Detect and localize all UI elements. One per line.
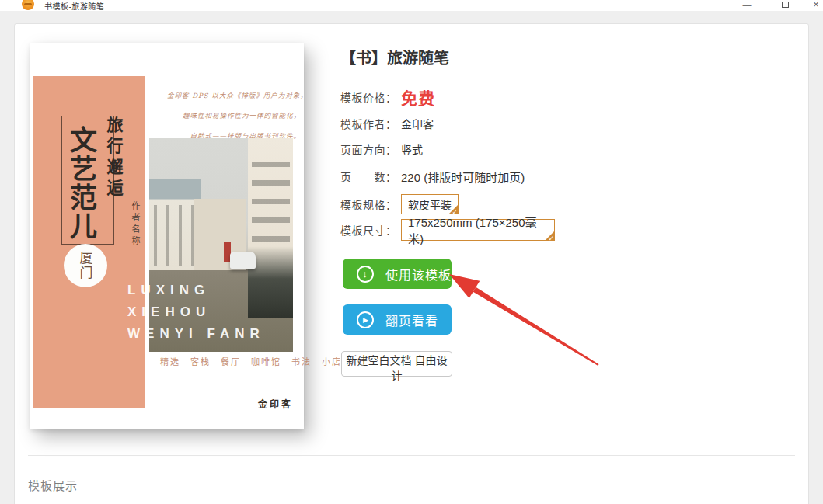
cover-tagline: 金印客 DPS 以大众《排版》用户为对象， 趣味性和易操作性为一体的智能化， 自… <box>167 85 301 146</box>
app-window: 书模板-旅游随笔 — × 文艺范儿 旅行邂逅 作者名称 厦门 金印客 DPS 以… <box>0 0 823 504</box>
photo-building-left <box>149 179 201 270</box>
cover-city-text: 厦门 <box>76 251 96 280</box>
size-dropdown[interactable]: 175x250mm (175×250毫米) ✓ <box>401 219 555 241</box>
orientation-label: 页面方向： <box>340 141 401 157</box>
book-cover-preview[interactable]: 文艺范儿 旅行邂逅 作者名称 厦门 金印客 DPS 以大众《排版》用户为对象， … <box>30 43 304 429</box>
play-icon: ▶ <box>357 311 374 328</box>
section-divider <box>28 455 795 456</box>
template-title: 【书】旅游随笔 <box>340 46 449 68</box>
template-detail-card: 文艺范儿 旅行邂逅 作者名称 厦门 金印客 DPS 以大众《排版》用户为对象， … <box>14 23 809 504</box>
flip-preview-label: 翻页看看 <box>385 311 438 329</box>
maximize-button[interactable] <box>774 0 796 11</box>
cover-tagline-line: 金印客 DPS 以大众《排版》用户为对象， <box>167 85 301 106</box>
app-logo-icon <box>22 0 34 10</box>
price-row: 模板价格： 免费 <box>340 86 435 108</box>
cover-tagline-line: 趣味性和易操作性为一体的智能化， <box>167 106 301 126</box>
cover-latin-line: XIEHOU <box>127 301 265 323</box>
cover-city-stamp: 厦门 <box>64 244 107 287</box>
check-icon: ✓ <box>452 208 458 216</box>
size-label: 模板尺寸： <box>340 222 401 238</box>
pages-row: 页 数： 220 (排版时可随时加页) <box>340 168 525 185</box>
maximize-icon <box>782 2 789 8</box>
cover-author-placeholder: 作者名称 <box>129 201 141 271</box>
pages-label: 页 数： <box>340 169 401 184</box>
use-template-button[interactable]: ↓ 使用该模板 <box>343 259 452 289</box>
download-icon: ↓ <box>357 266 374 283</box>
author-value: 金印客 <box>401 116 434 131</box>
check-icon: ✓ <box>548 235 554 242</box>
cover-title-sub: 旅行邂逅 <box>102 116 125 280</box>
new-blank-doc-button[interactable]: 新建空白文档 自由设计 <box>341 351 452 377</box>
cover-brand: 金印客 <box>258 397 293 410</box>
price-value: 免费 <box>401 85 435 109</box>
orientation-row: 页面方向： 竖式 <box>340 141 423 158</box>
cover-latin-line: WENYI FANR <box>127 323 265 345</box>
window-title: 书模板-旅游随笔 <box>44 0 104 11</box>
cover-latin-title: LUXING XIEHOU WENYI FANR <box>127 280 265 345</box>
section-title: 模板展示 <box>28 477 78 493</box>
detail-panel: 【书】旅游随笔 模板价格： 免费 模板作者： 金印客 页面方向： 竖式 页 数：… <box>340 24 799 490</box>
pages-value: 220 (排版时可随时加页) <box>401 169 525 185</box>
close-button[interactable]: × <box>805 0 823 11</box>
price-label: 模板价格： <box>340 89 401 105</box>
spec-dropdown[interactable]: 软皮平装 ✓ <box>401 194 459 214</box>
author-label: 模板作者： <box>340 116 401 131</box>
orientation-value: 竖式 <box>401 141 423 157</box>
cover-tags: 精选 客栈 餐厅 咖啡馆 书法 小店 <box>160 355 342 367</box>
titlebar: 书模板-旅游随笔 — × <box>0 0 823 11</box>
flip-preview-button[interactable]: ▶ 翻页看看 <box>343 304 452 335</box>
size-row: 模板尺寸： 175x250mm (175×250毫米) ✓ <box>340 219 555 241</box>
spec-label: 模板规格： <box>340 196 401 212</box>
size-dropdown-value: 175x250mm (175×250毫米) <box>408 214 548 246</box>
photo-car <box>230 252 256 269</box>
spec-row: 模板规格： 软皮平装 ✓ <box>340 194 459 214</box>
use-template-label: 使用该模板 <box>385 265 452 283</box>
spec-dropdown-value: 软皮平装 <box>408 196 452 212</box>
cover-latin-line: LUXING <box>127 280 265 301</box>
author-row: 模板作者： 金印客 <box>340 115 434 132</box>
minimize-button[interactable]: — <box>736 0 758 11</box>
